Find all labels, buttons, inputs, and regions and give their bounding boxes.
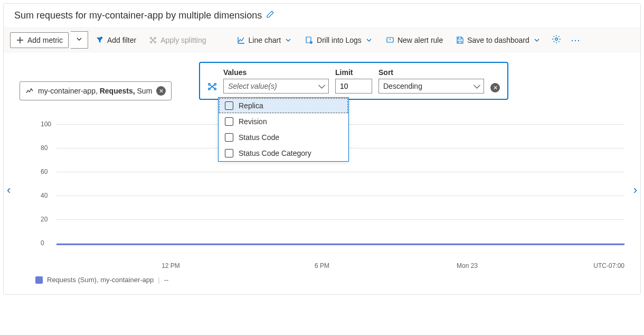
values-dropdown: Replica Revision Status Code Status Code… xyxy=(218,97,349,162)
y-tick: 20 xyxy=(41,216,48,223)
splitting-panel: Values Select value(s) Limit Sort Descen… xyxy=(199,62,508,100)
x-tick: 6 PM xyxy=(315,262,329,269)
new-alert-label: New alert rule xyxy=(397,36,443,44)
edit-title-icon[interactable] xyxy=(266,10,274,21)
values-select[interactable]: Select value(s) xyxy=(223,79,329,94)
y-tick: 60 xyxy=(41,168,48,175)
y-tick: 0 xyxy=(41,239,44,247)
metric-pill-text: my-container-app, Requests, Sum xyxy=(38,87,152,95)
remove-metric-icon[interactable]: ✕ xyxy=(156,86,166,96)
x-tick: Mon 23 xyxy=(457,262,478,269)
sort-label: Sort xyxy=(378,68,484,77)
legend: Requests (Sum), my-container-app | -- xyxy=(20,269,624,284)
x-tick: 12 PM xyxy=(162,262,180,269)
sort-select[interactable]: Descending xyxy=(378,79,484,94)
legend-swatch xyxy=(35,276,43,284)
drill-logs-button[interactable]: Drill into Logs xyxy=(300,33,378,48)
toolbar: Add metric Add filter Apply splitting Li… xyxy=(4,27,640,52)
metric-icon xyxy=(25,87,34,95)
more-icon[interactable]: ⋯ xyxy=(566,32,584,48)
apply-splitting-button: Apply splitting xyxy=(144,33,211,48)
option-status-code-category[interactable]: Status Code Category xyxy=(219,145,348,161)
close-splitting-icon[interactable]: ✕ xyxy=(490,83,500,92)
chart-prev-icon[interactable]: ‹ xyxy=(7,183,11,197)
y-tick: 80 xyxy=(41,144,48,152)
line-chart-label: Line chart xyxy=(249,36,281,44)
chart-next-icon[interactable]: › xyxy=(633,183,637,197)
new-alert-button[interactable]: New alert rule xyxy=(381,33,448,48)
y-tick: 100 xyxy=(41,120,51,128)
splitting-icon xyxy=(207,82,217,93)
add-filter-label: Add filter xyxy=(107,36,136,44)
values-label: Values xyxy=(223,68,329,77)
line-chart-button[interactable]: Line chart xyxy=(232,33,298,48)
add-filter-button[interactable]: Add filter xyxy=(90,33,141,48)
add-metric-label: Add metric xyxy=(27,36,63,44)
series-line xyxy=(56,244,624,245)
save-dashboard-label: Save to dashboard xyxy=(467,36,529,44)
y-tick: 40 xyxy=(41,192,48,199)
limit-input[interactable] xyxy=(335,79,372,94)
page-title: Sum requests for my-container-app by mul… xyxy=(14,10,262,21)
option-replica[interactable]: Replica xyxy=(219,98,348,114)
save-dashboard-button[interactable]: Save to dashboard xyxy=(450,33,546,48)
option-status-code[interactable]: Status Code xyxy=(219,129,348,145)
option-revision[interactable]: Revision xyxy=(219,114,348,129)
apply-splitting-label: Apply splitting xyxy=(160,36,206,44)
svg-point-6 xyxy=(555,38,558,41)
limit-label: Limit xyxy=(335,68,372,77)
drill-logs-label: Drill into Logs xyxy=(317,36,362,44)
add-metric-button[interactable]: Add metric xyxy=(10,32,69,48)
legend-value: -- xyxy=(164,276,169,284)
timezone-label: UTC-07:00 xyxy=(593,262,624,269)
metric-pill[interactable]: my-container-app, Requests, Sum ✕ xyxy=(20,81,172,100)
add-metric-chevron[interactable] xyxy=(71,31,88,49)
legend-label: Requests (Sum), my-container-app xyxy=(47,276,154,284)
settings-icon[interactable] xyxy=(548,32,564,48)
